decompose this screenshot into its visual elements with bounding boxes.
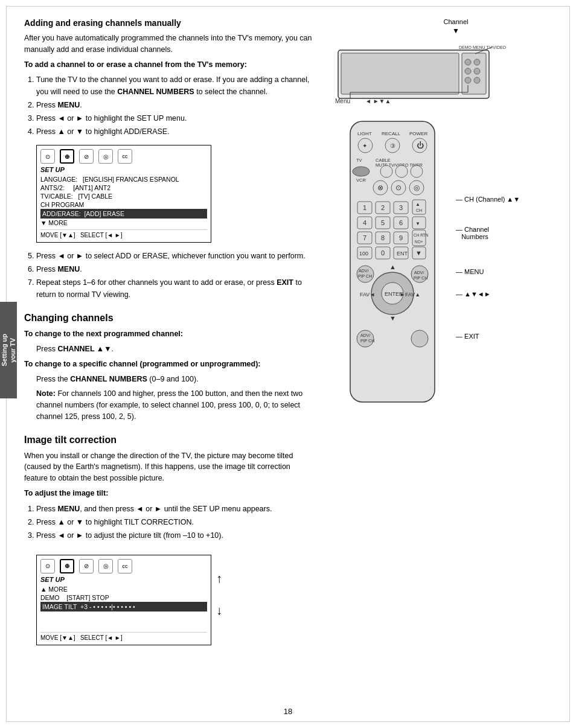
menu-label: — MENU — [456, 268, 484, 275]
svg-text:ENTER: ENTER — [385, 291, 403, 297]
svg-text:1: 1 — [363, 204, 366, 211]
step7: Repeat steps 1–6 for other channels you … — [36, 276, 314, 301]
svg-text:▼: ▼ — [415, 249, 422, 257]
section2-title: Changing channels — [24, 313, 314, 324]
section2-sub2: To change to a specific channel (program… — [24, 359, 314, 370]
svg-text:✦: ✦ — [362, 142, 367, 149]
icon2-1: ⊙ — [40, 559, 55, 573]
svg-text:ADV/: ADV/ — [359, 269, 368, 273]
nav-label: — ▲▼◄► — [456, 290, 491, 298]
section1-steps-cont: Press ◄ or ► to select ADD or ERASE, whi… — [36, 250, 314, 301]
menu2-row-more: ▲ MORE — [40, 585, 207, 593]
svg-text:NO+: NO+ — [415, 240, 423, 244]
section1-subtitle: To add a channel to or erase a channel f… — [24, 59, 314, 71]
svg-text:▲: ▲ — [389, 263, 396, 270]
svg-text:⊙: ⊙ — [395, 184, 402, 192]
menu2-row-tilt: IMAGE TILT +3 - • • • • •|• • • • • • — [40, 602, 207, 611]
svg-text:ENT: ENT — [397, 251, 408, 257]
section1-steps: Tune the TV to the channel you want to a… — [36, 74, 314, 138]
menu1-row-tvcable: TV/CABLE: [TV] CABLE — [40, 192, 207, 200]
section2-note: Note: For channels 100 and higher, press… — [36, 388, 314, 422]
svg-point-30 — [353, 167, 370, 176]
section2-sub1: To change to the next programmed channel… — [24, 328, 314, 340]
svg-point-8 — [474, 77, 480, 83]
remote-svg: LIGHT RECALL POWER ✦ ③ ⏻ TV CABLE VCR MU… — [332, 118, 453, 408]
icon-3: ⊘ — [79, 149, 94, 164]
section3-subtitle: To adjust the image tilt: — [24, 488, 314, 499]
svg-point-3 — [465, 59, 471, 65]
svg-text:⏻: ⏻ — [417, 141, 424, 150]
arrow-down: ↓ — [216, 604, 222, 618]
menu1-footer: MOVE [▼▲] SELECT [◄ ►] — [40, 229, 207, 238]
section2-sub2-text: Press the CHANNEL NUMBERS (0–9 and 100). — [36, 374, 314, 385]
svg-text:Menu: Menu — [335, 98, 350, 104]
tilt-step1: Press MENU, and then press ◄ or ► until … — [36, 503, 314, 515]
menu1-row-more: ▼ MORE — [40, 219, 207, 227]
section1-title: Adding and erasing channels manually — [24, 18, 314, 28]
menu1-row-ants: ANTS/2: [ANT1] ANT2 — [40, 184, 207, 192]
svg-text:◎: ◎ — [414, 184, 420, 192]
svg-point-7 — [465, 77, 471, 83]
svg-text:8: 8 — [381, 234, 385, 241]
svg-text:100: 100 — [359, 251, 368, 257]
svg-text:CH RTN: CH RTN — [414, 233, 429, 237]
svg-text:DEMO  MENU  TV/VIDEO  VOLUME  : DEMO MENU TV/VIDEO VOLUME CHANNEL — [459, 45, 507, 49]
menu1-row-lang: LANGUAGE: [ENGLISH] FRANCAIS ESPANOL — [40, 175, 207, 184]
svg-text:CABLE: CABLE — [376, 158, 391, 163]
menu2-title: SET UP — [40, 576, 207, 583]
svg-text:TV: TV — [356, 158, 362, 163]
svg-text:FAV◄: FAV◄ — [360, 292, 375, 298]
menu2-footer: MOVE [▼▲] SELECT [◄ ►] — [40, 632, 207, 641]
svg-rect-2 — [462, 53, 486, 94]
tilt-step2: Press ▲ or ▼ to highlight TILT CORRECTIO… — [36, 516, 314, 528]
icon2-3: ⊘ — [79, 559, 94, 573]
svg-text:ADV/: ADV/ — [414, 270, 424, 275]
section3-title: Image tilt correction — [24, 435, 314, 445]
icon2-4: ◎ — [98, 559, 113, 573]
svg-text:3: 3 — [399, 204, 403, 211]
side-tab: Setting upyour TV — [0, 302, 17, 398]
menu-header-2: ⊙ ⊕ ⊘ ◎ cc — [40, 559, 207, 573]
icon-4: ◎ — [98, 149, 113, 164]
svg-text:PIP CH: PIP CH — [358, 274, 372, 278]
tv-svg: DEMO MENU TV/VIDEO VOLUME CHANNEL Menu ◄… — [332, 38, 507, 104]
menu-screen-1: ⊙ ⊕ ⊘ ◎ cc SET UP LANGUAGE: [ENGLISH] FR… — [36, 145, 211, 243]
svg-text:0: 0 — [381, 249, 385, 257]
page-number: 18 — [284, 707, 292, 716]
step5: Press ◄ or ► to select ADD or ERASE, whi… — [36, 250, 314, 262]
menu-header-1: ⊙ ⊕ ⊘ ◎ cc — [40, 149, 207, 164]
step2: Press MENU. — [36, 99, 314, 111]
svg-text:▼: ▼ — [389, 315, 396, 322]
svg-text:POWER: POWER — [409, 131, 427, 136]
svg-text:▼: ▼ — [415, 221, 420, 226]
menu1-title: SET UP — [40, 166, 207, 173]
icon-setup: ⊙ — [40, 149, 55, 164]
svg-text:RECALL: RECALL — [382, 131, 401, 136]
tv-diagram: Channel ▼ DEMO MENU TV/VIDEO VOLUME CHAN… — [332, 18, 543, 106]
svg-text:9: 9 — [399, 234, 403, 241]
menu1-row-adderase: ADD/ERASE: [ADD] ERASE — [40, 209, 207, 219]
svg-point-32 — [395, 165, 408, 177]
svg-text:⊗: ⊗ — [377, 184, 383, 192]
step6: Press MENU. — [36, 263, 314, 275]
svg-text:▲: ▲ — [415, 202, 420, 207]
svg-text:6: 6 — [399, 219, 403, 226]
step3: Press ◄ or ► to highlight the SET UP men… — [36, 112, 314, 124]
section3-intro: When you install or change the direction… — [24, 450, 314, 484]
exit-label: — EXIT — [456, 333, 479, 340]
svg-point-5 — [465, 68, 471, 74]
svg-text:PIP CH: PIP CH — [414, 276, 427, 280]
channel-label: Channel — [368, 18, 543, 25]
svg-text:◄ ►▼▲: ◄ ►▼▲ — [365, 98, 391, 104]
svg-text:LIGHT: LIGHT — [357, 131, 372, 136]
step4: Press ▲ or ▼ to highlight ADD/ERASE. — [36, 126, 314, 138]
left-column: Adding and erasing channels manually Aft… — [24, 18, 314, 653]
tilt-step3: Press ◄ or ► to adjust the picture tilt … — [36, 529, 314, 541]
section2-sub1-text: Press CHANNEL ▲▼. — [36, 343, 314, 355]
menu1-row-chprog: CH PROGRAM — [40, 200, 207, 209]
section3-steps: Press MENU, and then press ◄ or ► until … — [36, 503, 314, 541]
svg-point-4 — [474, 59, 480, 65]
step1: Tune the TV to the channel you want to a… — [36, 74, 314, 98]
menu-screen-2: ⊙ ⊕ ⊘ ◎ cc SET UP ▲ MORE DEMO [START] ST… — [36, 555, 211, 645]
icon-active: ⊕ — [60, 149, 74, 164]
